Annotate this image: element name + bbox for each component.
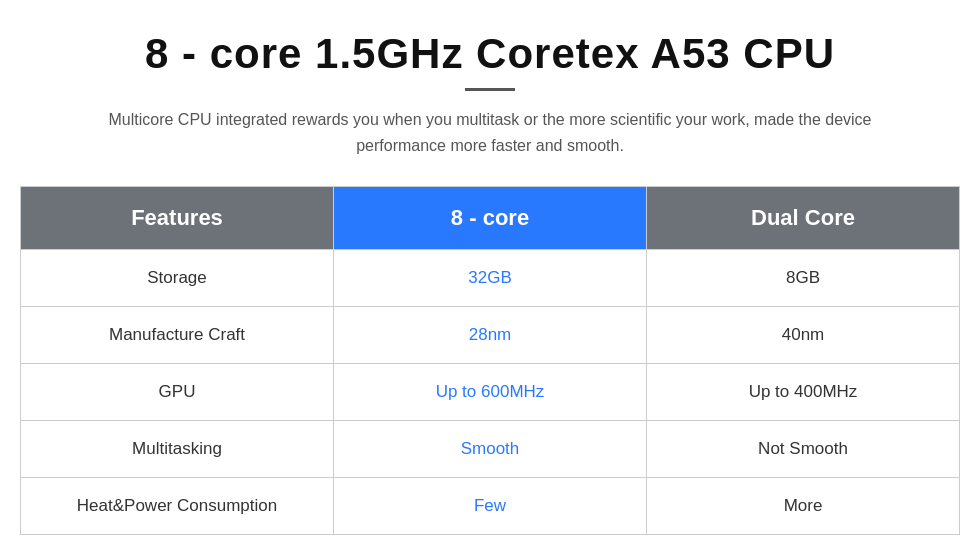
cell-dualcore: Up to 400MHz xyxy=(647,364,960,421)
cell-feature: Manufacture Craft xyxy=(21,307,334,364)
header-dualcore: Dual Core xyxy=(647,187,960,250)
table-header-row: Features 8 - core Dual Core xyxy=(21,187,960,250)
cell-8core: Few xyxy=(334,478,647,535)
table-row: GPUUp to 600MHzUp to 400MHz xyxy=(21,364,960,421)
cell-dualcore: More xyxy=(647,478,960,535)
cell-feature: Storage xyxy=(21,250,334,307)
cell-8core: 28nm xyxy=(334,307,647,364)
cell-dualcore: Not Smooth xyxy=(647,421,960,478)
table-body: Storage32GB8GBManufacture Craft28nm40nmG… xyxy=(21,250,960,535)
header-8core: 8 - core xyxy=(334,187,647,250)
table-row: Storage32GB8GB xyxy=(21,250,960,307)
cell-8core: Up to 600MHz xyxy=(334,364,647,421)
cell-8core: 32GB xyxy=(334,250,647,307)
page-title: 8 - core 1.5GHz Coretex A53 CPU xyxy=(145,30,835,78)
table-row: MultitaskingSmoothNot Smooth xyxy=(21,421,960,478)
cell-8core: Smooth xyxy=(334,421,647,478)
page-subtitle: Multicore CPU integrated rewards you whe… xyxy=(80,107,900,158)
cell-dualcore: 40nm xyxy=(647,307,960,364)
cell-feature: Heat&Power Consumption xyxy=(21,478,334,535)
cell-feature: GPU xyxy=(21,364,334,421)
table-row: Manufacture Craft28nm40nm xyxy=(21,307,960,364)
header-features: Features xyxy=(21,187,334,250)
cell-dualcore: 8GB xyxy=(647,250,960,307)
comparison-table: Features 8 - core Dual Core Storage32GB8… xyxy=(20,186,960,535)
table-row: Heat&Power ConsumptionFewMore xyxy=(21,478,960,535)
cell-feature: Multitasking xyxy=(21,421,334,478)
title-divider xyxy=(465,88,515,91)
